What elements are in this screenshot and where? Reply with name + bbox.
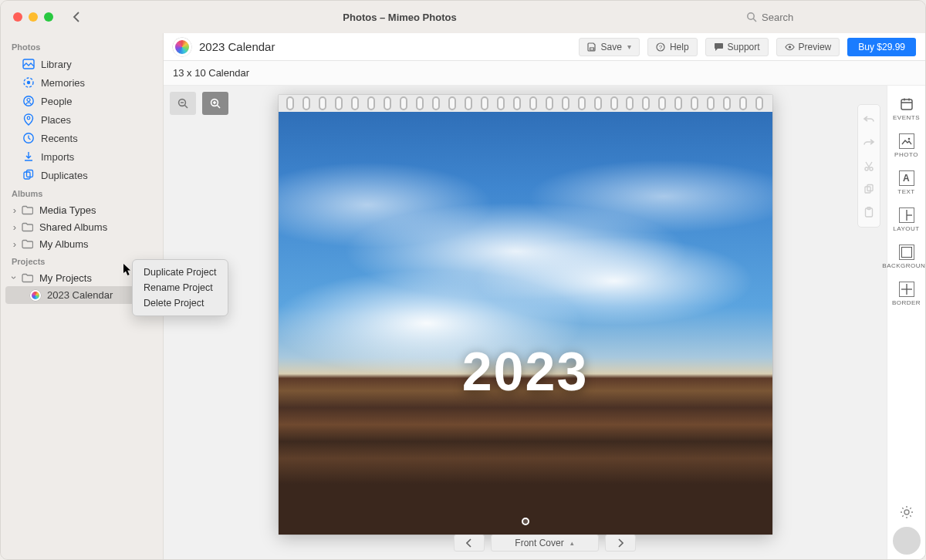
support-button[interactable]: Support xyxy=(705,38,769,56)
sidebar-item-library[interactable]: Library xyxy=(1,55,163,73)
main-area: 2023 Calendar Save ? Help Support Previe… xyxy=(163,33,925,559)
svg-point-32 xyxy=(907,138,910,140)
page-navigator: Front Cover ▴ xyxy=(454,535,636,552)
close-window[interactable] xyxy=(13,12,22,22)
window-title: Photos – Mimeo Photos xyxy=(343,12,456,23)
chevron-left-icon xyxy=(73,11,80,23)
people-icon xyxy=(22,95,35,107)
context-menu: Duplicate Project Rename Project Delete … xyxy=(132,259,228,316)
sidebar-item-recents[interactable]: Recents xyxy=(1,129,163,147)
cover-photo[interactable] xyxy=(279,112,772,535)
chevron-right-icon: › xyxy=(12,207,18,213)
zoom-in-button[interactable] xyxy=(202,92,228,115)
mimeo-brand-icon xyxy=(173,38,191,56)
clock-icon xyxy=(22,132,35,144)
sidebar-item-label: My Projects xyxy=(39,272,92,284)
help-icon: ? xyxy=(656,42,666,52)
sidebar-item-places[interactable]: Places xyxy=(1,110,163,129)
sidebar-item-label: My Albums xyxy=(39,238,89,250)
sidebar-item-imports[interactable]: Imports xyxy=(1,147,163,166)
context-item-duplicate-project[interactable]: Duplicate Project xyxy=(133,265,228,280)
page-selector[interactable]: Front Cover ▴ xyxy=(491,535,599,552)
sidebar-item-memories[interactable]: Memories xyxy=(1,73,163,92)
search-input[interactable] xyxy=(762,12,893,23)
svg-point-37 xyxy=(904,510,909,514)
sidebar-item-shared-albums[interactable]: › Shared Albums xyxy=(1,218,163,235)
chevron-up-icon: ▴ xyxy=(570,539,574,547)
page-indicator xyxy=(522,518,529,525)
mimeo-icon xyxy=(30,290,41,301)
tool-text[interactable]: A Text xyxy=(890,166,924,200)
sidebar-heading-albums: Albums xyxy=(1,184,163,201)
tool-events[interactable]: Events xyxy=(890,92,924,126)
search-field[interactable] xyxy=(746,12,916,23)
search-icon xyxy=(746,12,757,22)
chevron-right-icon: › xyxy=(12,224,18,230)
sidebar-item-people[interactable]: People xyxy=(1,92,163,110)
account-avatar[interactable] xyxy=(893,527,921,555)
svg-text:?: ? xyxy=(659,44,663,51)
undo-button[interactable] xyxy=(862,113,876,127)
context-item-rename-project[interactable]: Rename Project xyxy=(133,280,228,295)
save-button[interactable]: Save xyxy=(579,38,640,56)
buy-button[interactable]: Buy $29.99 xyxy=(847,38,916,56)
sidebar-item-label: People xyxy=(41,96,72,107)
next-page-button[interactable] xyxy=(605,535,636,552)
preview-button[interactable]: Preview xyxy=(776,38,840,56)
zoom-window[interactable] xyxy=(44,12,53,22)
context-item-delete-project[interactable]: Delete Project xyxy=(133,295,228,311)
editor-stage: 2023 Events Photo A Text xyxy=(164,86,925,559)
sidebar-item-my-albums[interactable]: › My Albums xyxy=(1,235,163,252)
minimize-window[interactable] xyxy=(29,12,38,22)
titlebar: Photos – Mimeo Photos xyxy=(1,1,925,33)
edit-tool-column xyxy=(857,104,880,228)
tool-border[interactable]: Border xyxy=(890,277,924,311)
save-icon xyxy=(587,42,597,52)
sidebar-item-duplicates[interactable]: Duplicates xyxy=(1,166,163,184)
photo-icon xyxy=(899,133,914,149)
places-icon xyxy=(22,113,35,126)
sidebar-item-label: Library xyxy=(41,59,72,70)
prev-page-button[interactable] xyxy=(454,535,485,552)
layout-icon xyxy=(899,207,914,223)
background-icon xyxy=(899,245,914,260)
calendar-cover[interactable]: 2023 xyxy=(279,95,772,535)
cursor-icon xyxy=(123,264,133,276)
zoom-out-icon xyxy=(177,97,189,110)
redo-button[interactable] xyxy=(862,136,876,150)
eye-icon xyxy=(785,42,795,52)
sidebar-item-label: Media Types xyxy=(39,204,96,216)
zoom-controls xyxy=(170,92,228,115)
text-icon: A xyxy=(899,170,914,186)
settings-button[interactable] xyxy=(900,505,914,519)
tool-layout[interactable]: Layout xyxy=(890,203,924,237)
tool-photo[interactable]: Photo xyxy=(890,129,924,163)
sidebar-item-media-types[interactable]: › Media Types xyxy=(1,201,163,218)
window-controls xyxy=(10,12,53,22)
svg-point-23 xyxy=(870,167,873,170)
canvas[interactable]: 2023 xyxy=(164,86,887,559)
svg-line-19 xyxy=(217,105,220,108)
paste-button[interactable] xyxy=(862,205,876,219)
folder-icon xyxy=(21,238,33,250)
svg-point-14 xyxy=(788,46,790,48)
sidebar-item-label: Recents xyxy=(41,133,78,144)
sidebar-item-label: Imports xyxy=(41,151,74,163)
sidebar-heading-photos: Photos xyxy=(1,38,163,55)
copy-button[interactable] xyxy=(862,182,876,196)
help-button[interactable]: ? Help xyxy=(647,38,698,56)
svg-point-6 xyxy=(27,99,30,102)
library-icon xyxy=(22,58,35,70)
cut-button[interactable] xyxy=(862,159,876,173)
svg-line-1 xyxy=(753,19,756,22)
tool-background[interactable]: Background xyxy=(890,240,924,274)
project-toolbar: 2023 Calendar Save ? Help Support Previe… xyxy=(164,33,925,61)
sidebar-item-label: Duplicates xyxy=(41,170,88,181)
zoom-out-button[interactable] xyxy=(170,92,196,115)
cover-year-text[interactable]: 2023 xyxy=(279,341,772,403)
project-subtitle: 13 x 10 Calendar xyxy=(164,61,925,86)
border-icon xyxy=(899,282,914,297)
folder-icon xyxy=(21,221,33,233)
chevron-right-icon xyxy=(617,538,624,548)
back-button[interactable] xyxy=(69,9,84,25)
